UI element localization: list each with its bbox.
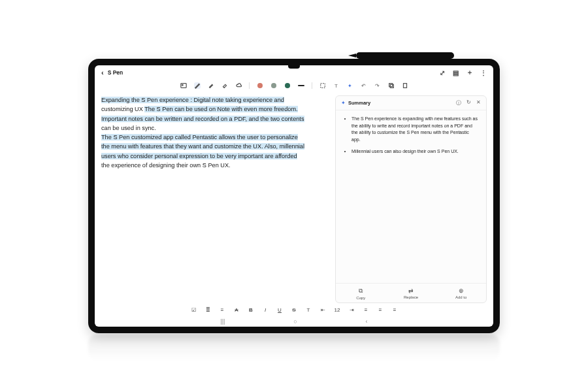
recents-button[interactable]: |||	[220, 318, 225, 325]
ai-tool-icon[interactable]: ✦	[347, 82, 353, 89]
note-line: customizing UX	[101, 106, 144, 112]
main-content: Expanding the S Pen experience : Digital…	[95, 91, 493, 303]
highlighter-tool-icon[interactable]	[208, 82, 214, 89]
redo-icon[interactable]: ↷	[374, 82, 381, 89]
more-icon[interactable]: ⋮	[480, 69, 487, 76]
svg-rect-2	[320, 84, 325, 88]
replace-button[interactable]: ⇄ Replace	[386, 287, 436, 300]
summary-bullet: The S Pen experience is expanding with n…	[351, 116, 478, 143]
camera-notch	[288, 65, 300, 69]
summary-title: Summary	[348, 100, 370, 106]
stroke-weight[interactable]	[298, 82, 304, 89]
back-button[interactable]: ‹	[366, 318, 368, 325]
svg-point-1	[182, 84, 183, 86]
svg-rect-0	[180, 84, 186, 88]
text-tool-icon[interactable]: T	[333, 82, 340, 89]
undo-icon[interactable]: ↶	[361, 82, 367, 89]
note-line: The S Pen customized app called Pentasti…	[101, 134, 298, 140]
note-line: users who consider personal expression t…	[101, 153, 297, 159]
replace-label: Replace	[404, 295, 418, 299]
copy-label: Copy	[356, 296, 365, 300]
note-line: can be used in sync.	[101, 125, 156, 131]
selection-tool-icon[interactable]	[319, 82, 326, 89]
toolbar-separator	[249, 82, 250, 89]
note-line: the experience of designing their own S …	[101, 162, 231, 169]
expand-icon[interactable]: ⤢	[438, 69, 446, 76]
copy-icon: ⧉	[359, 287, 363, 295]
text-color-icon[interactable]: T	[305, 307, 312, 313]
bullet-list-icon[interactable]: ≣	[204, 307, 211, 313]
bold-icon[interactable]: B	[248, 307, 254, 313]
font-size-value[interactable]: 12	[334, 307, 340, 313]
addto-label: Add to	[455, 295, 466, 299]
tablet-frame: ‹ S Pen ⤢ ▤ ＋ ⋮ T ✦ ↶ ↷	[88, 59, 500, 333]
outdent-icon[interactable]: ⇤	[319, 307, 326, 313]
header-actions: ⤢ ▤ ＋ ⋮	[438, 69, 487, 76]
image-tool-icon[interactable]	[180, 82, 187, 89]
align-left-icon[interactable]: ≡	[363, 307, 369, 313]
eraser-tool-icon[interactable]	[221, 82, 228, 89]
note-line: The S Pen can be used on Note with even …	[144, 106, 297, 112]
addto-button[interactable]: ⊕ Add to	[436, 287, 486, 300]
summary-body: The S Pen experience is expanding with n…	[336, 110, 486, 283]
replace-icon: ⇄	[408, 287, 414, 294]
align-center-icon[interactable]: ≡	[377, 307, 384, 313]
svg-rect-5	[403, 84, 406, 88]
layers-icon[interactable]	[388, 82, 395, 89]
add-icon[interactable]: ＋	[466, 69, 473, 76]
summary-actions: ⧉ Copy ⇄ Replace ⊕ Add to	[336, 283, 486, 302]
toolbar-separator	[312, 82, 312, 89]
note-line: the menu with features that they want an…	[101, 143, 265, 150]
cloud-tool-icon[interactable]	[235, 82, 242, 89]
underline-icon[interactable]: U	[276, 307, 283, 313]
svg-rect-4	[390, 84, 393, 88]
note-text-area[interactable]: Expanding the S Pen experience : Digital…	[101, 95, 330, 303]
summary-bullet: Millennial users can also design their o…	[351, 148, 478, 155]
info-icon[interactable]: ⓘ	[456, 99, 461, 106]
s-pen-stylus	[356, 52, 454, 59]
close-icon[interactable]: ✕	[476, 99, 481, 106]
home-button[interactable]: ○	[293, 318, 297, 325]
indent-icon[interactable]: ⇥	[348, 307, 355, 313]
pen-toolbar: T ✦ ↶ ↷	[95, 80, 493, 91]
italic-icon[interactable]: I	[262, 307, 269, 313]
pen-tool-icon[interactable]	[194, 82, 201, 89]
clear-format-icon[interactable]: A	[233, 307, 240, 313]
align-right-icon[interactable]: ≡	[391, 307, 398, 313]
number-list-icon[interactable]: ≡	[219, 307, 225, 313]
color-grey[interactable]	[270, 82, 277, 89]
summary-header: ✦ Summary ⓘ ↻ ✕	[336, 96, 486, 110]
tablet-reflection	[88, 335, 500, 361]
strike-icon[interactable]: S	[291, 307, 297, 313]
copy-button[interactable]: ⧉ Copy	[336, 287, 386, 300]
clipboard-icon[interactable]	[402, 82, 408, 89]
color-red[interactable]	[257, 82, 263, 89]
note-line: Also, millennial	[265, 143, 304, 150]
reader-icon[interactable]: ▤	[452, 69, 459, 76]
sparkle-icon: ✦	[341, 100, 346, 106]
format-toolbar: ☑ ≣ ≡ A B I U S T ⇤ 12 ⇥ ≡ ≡ ≡	[95, 303, 493, 316]
page-title: S Pen	[108, 69, 123, 76]
back-icon[interactable]: ‹	[101, 69, 104, 76]
svg-rect-3	[389, 84, 392, 87]
summary-panel: ✦ Summary ⓘ ↻ ✕ The S Pen experience is …	[335, 95, 487, 303]
note-line: Important notes can be written and recor…	[101, 116, 304, 122]
screen: ‹ S Pen ⤢ ▤ ＋ ⋮ T ✦ ↶ ↷	[95, 65, 493, 327]
system-navbar: ||| ○ ‹	[95, 316, 493, 327]
note-line: Expanding the S Pen experience : Digital…	[101, 97, 284, 103]
checkbox-list-icon[interactable]: ☑	[190, 307, 197, 313]
refresh-icon[interactable]: ↻	[466, 99, 471, 106]
addto-icon: ⊕	[459, 287, 464, 294]
color-teal[interactable]	[284, 82, 291, 89]
